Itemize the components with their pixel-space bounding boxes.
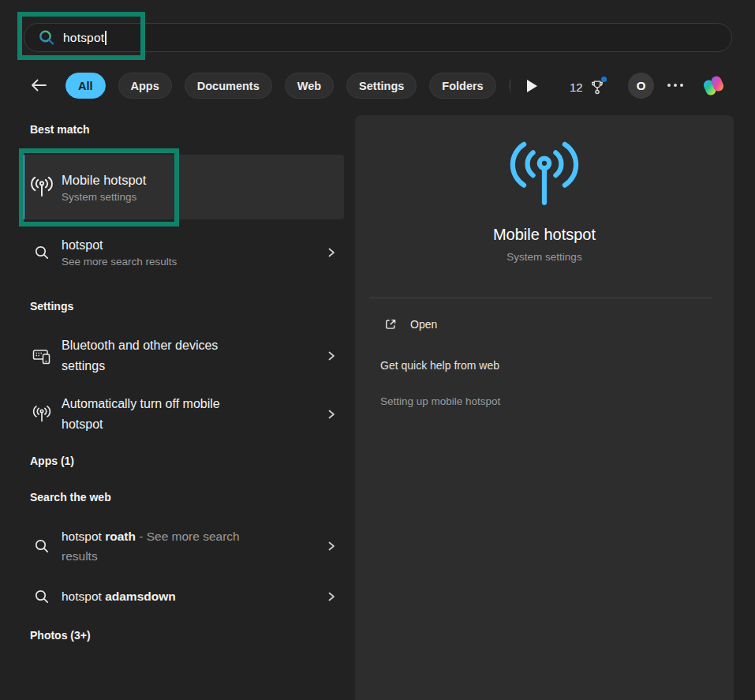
open-external-icon (383, 317, 398, 331)
rewards-trophy-icon (589, 78, 606, 95)
rewards-badge[interactable]: 12 (570, 77, 606, 96)
more-options-icon[interactable] (667, 84, 683, 87)
best-match-subtitle: System settings (62, 189, 344, 204)
mobile-hotspot-icon (22, 177, 62, 198)
web-query-bold: adamsdown (105, 590, 176, 603)
tab-all[interactable]: All (65, 73, 106, 99)
search-query: hotspot (63, 31, 104, 45)
tab-settings-label: Settings (359, 80, 404, 92)
see-more-title: hotspot (62, 237, 319, 254)
search-icon (38, 29, 55, 47)
preview-title: Mobile hotspot (355, 226, 734, 244)
back-arrow-icon[interactable] (28, 75, 49, 95)
open-label: Open (410, 318, 437, 331)
avatar-letter: O (637, 79, 646, 92)
tab-documents-label: Documents (197, 80, 260, 92)
see-more-subtitle: See more search results (62, 254, 319, 269)
result-best-match[interactable]: Mobile hotspot System settings (22, 155, 344, 219)
tab-folders[interactable]: Folders (429, 73, 495, 99)
best-match-title: Mobile hotspot (62, 170, 344, 189)
web-query-text: hotspot (62, 590, 105, 603)
text-cursor (105, 31, 107, 45)
preview-hero: Mobile hotspot System settings (355, 140, 734, 263)
result-see-more[interactable]: hotspot See more search results (22, 232, 344, 273)
result-web-hotspot-roath[interactable]: hotspot roath - See more search results (22, 521, 344, 571)
devices-icon (22, 347, 62, 365)
preview-subtitle: System settings (355, 251, 734, 263)
setting-up-hotspot-link[interactable]: Setting up mobile hotspot (380, 395, 500, 407)
best-match-header: Best match (30, 123, 89, 136)
user-avatar[interactable]: O (628, 73, 654, 99)
preview-panel: Mobile hotspot System settings Open Get … (355, 115, 734, 700)
tab-all-label: All (78, 80, 93, 92)
web-query-text: hotspot (62, 530, 105, 543)
chevron-right-icon[interactable] (319, 591, 344, 602)
tab-documents[interactable]: Documents (185, 73, 272, 99)
scroll-tabs-icon[interactable] (527, 80, 537, 92)
web-query-bold: roath (105, 530, 136, 543)
tab-apps-label: Apps (131, 80, 159, 92)
rewards-count: 12 (570, 80, 583, 94)
chevron-right-icon[interactable] (319, 350, 344, 361)
auto-turn-off-label: Automatically turn off mobile hotspot (62, 394, 247, 435)
tab-web-label: Web (297, 80, 321, 92)
result-web-hotspot-adamsdown[interactable]: hotspot adamsdown (22, 584, 344, 609)
tab-folders-label: Folders (442, 80, 483, 92)
search-input[interactable]: hotspot (24, 23, 732, 52)
bluetooth-settings-label: Bluetooth and other devices settings (62, 335, 247, 376)
windows-search-flyout: hotspot All Apps Documents Web Settings … (0, 0, 755, 700)
filter-tab-rail: All Apps Documents Web Settings Folders … (65, 73, 511, 99)
result-auto-turn-off-hotspot[interactable]: Automatically turn off mobile hotspot (22, 390, 344, 439)
tab-photos[interactable]: Photos (509, 73, 511, 99)
tab-apps[interactable]: Apps (118, 73, 172, 99)
settings-header: Settings (30, 300, 73, 313)
mobile-hotspot-icon (22, 406, 62, 423)
tab-web[interactable]: Web (285, 73, 334, 99)
mobile-hotspot-icon-large (506, 140, 582, 208)
photos-header: Photos (3+) (30, 629, 91, 642)
chevron-right-icon[interactable] (319, 409, 344, 420)
search-result-icon (22, 245, 62, 260)
notification-dot (601, 77, 607, 82)
apps-header: Apps (1) (30, 455, 74, 467)
search-result-icon (22, 589, 62, 605)
chevron-right-icon[interactable] (319, 541, 344, 552)
open-action[interactable]: Open (383, 317, 437, 331)
tab-settings[interactable]: Settings (346, 73, 417, 99)
result-bluetooth-settings[interactable]: Bluetooth and other devices settings (22, 331, 344, 380)
copilot-icon[interactable] (701, 73, 727, 99)
search-result-icon (22, 538, 62, 554)
search-the-web-header: Search the web (30, 491, 111, 503)
quick-help-header: Get quick help from web (380, 359, 499, 372)
divider (369, 298, 712, 298)
chevron-right-icon[interactable] (319, 247, 344, 258)
